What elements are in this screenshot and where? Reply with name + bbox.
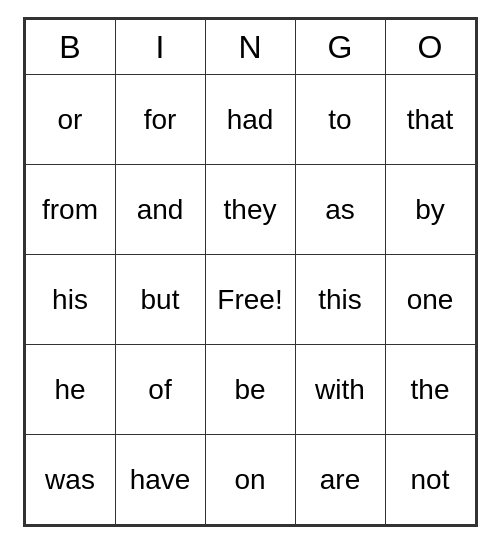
cell-r1-c2: they <box>205 165 295 255</box>
table-row: washaveonarenot <box>25 435 475 525</box>
cell-r0-c0: or <box>25 75 115 165</box>
cell-r1-c0: from <box>25 165 115 255</box>
header-cell-i: I <box>115 20 205 75</box>
cell-r2-c2: Free! <box>205 255 295 345</box>
cell-r3-c4: the <box>385 345 475 435</box>
table-row: hisbutFree!thisone <box>25 255 475 345</box>
cell-r0-c4: that <box>385 75 475 165</box>
header-cell-b: B <box>25 20 115 75</box>
cell-r0-c2: had <box>205 75 295 165</box>
header-cell-g: G <box>295 20 385 75</box>
cell-r1-c4: by <box>385 165 475 255</box>
table-row: fromandtheyasby <box>25 165 475 255</box>
cell-r4-c0: was <box>25 435 115 525</box>
header-cell-o: O <box>385 20 475 75</box>
cell-r4-c4: not <box>385 435 475 525</box>
cell-r0-c1: for <box>115 75 205 165</box>
header-row: BINGO <box>25 20 475 75</box>
cell-r4-c1: have <box>115 435 205 525</box>
bingo-table: BINGO orforhadtothatfromandtheyasbyhisbu… <box>25 19 476 525</box>
cell-r1-c1: and <box>115 165 205 255</box>
cell-r4-c2: on <box>205 435 295 525</box>
cell-r3-c2: be <box>205 345 295 435</box>
cell-r0-c3: to <box>295 75 385 165</box>
cell-r4-c3: are <box>295 435 385 525</box>
cell-r2-c1: but <box>115 255 205 345</box>
bingo-card: BINGO orforhadtothatfromandtheyasbyhisbu… <box>23 17 478 527</box>
header-cell-n: N <box>205 20 295 75</box>
cell-r2-c4: one <box>385 255 475 345</box>
cell-r3-c3: with <box>295 345 385 435</box>
cell-r2-c3: this <box>295 255 385 345</box>
table-row: heofbewiththe <box>25 345 475 435</box>
cell-r1-c3: as <box>295 165 385 255</box>
cell-r2-c0: his <box>25 255 115 345</box>
cell-r3-c0: he <box>25 345 115 435</box>
table-row: orforhadtothat <box>25 75 475 165</box>
cell-r3-c1: of <box>115 345 205 435</box>
